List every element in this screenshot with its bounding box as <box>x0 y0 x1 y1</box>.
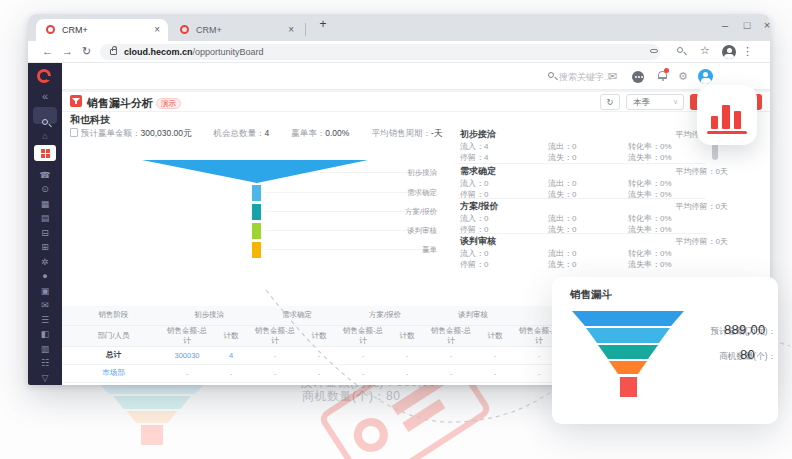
col-group: 方案/报价 <box>341 306 429 325</box>
bg-funnel-band-4 <box>141 425 163 445</box>
col-group: 需求确定 <box>253 306 341 325</box>
card-amount-value: 889,00 <box>724 322 766 337</box>
tab-close-icon[interactable]: × <box>154 24 160 35</box>
sidebar-item-analytics[interactable]: ◧ <box>28 329 62 339</box>
search-icon[interactable] <box>677 47 683 53</box>
sidebar-item-funnel[interactable]: ▽ <box>28 373 62 383</box>
row-name-link[interactable]: 市场部 <box>62 364 165 382</box>
chevron-down-icon: ∨ <box>673 95 678 109</box>
sidebar-item-mail[interactable]: ✉ <box>28 300 62 310</box>
stage-avg-stay: 平均停留：0天 <box>676 201 728 212</box>
window-maximize-button[interactable]: □ <box>738 19 756 31</box>
reload-button[interactable]: ↻ <box>82 45 91 58</box>
cell-link[interactable]: 300030 <box>165 346 209 364</box>
inbox-mail-icon[interactable]: ✉ <box>608 70 617 83</box>
stage-name: 需求确定 <box>460 165 496 178</box>
col-header: 计数 <box>297 325 341 346</box>
divider <box>62 90 770 92</box>
divider <box>62 111 770 112</box>
stage-summary-table: 销售阶段 初步接洽 需求确定 方案/报价 谈判审核 赢单 部门/人员 销售金额-… <box>62 306 605 383</box>
metric-value: 0% <box>660 249 672 258</box>
metric-value: 0% <box>660 179 672 188</box>
sidebar-collapse-icon[interactable]: « <box>28 91 62 101</box>
cell: - <box>253 364 297 382</box>
card-funnel-stage-5 <box>620 377 637 397</box>
app-sidebar: « ⌂ ☎ ⊙ ▦ ▤ ⊟ ⊞ ✲ ● ▣ ✉ ☰ ◧ ▥ ☷ ▽ <box>28 63 62 385</box>
metric-label: 流入： <box>460 142 484 151</box>
stage-name: 初步接洽 <box>460 128 496 141</box>
sidebar-item-calendar[interactable]: ▦ <box>28 199 62 209</box>
summary-doc-icon <box>70 128 78 137</box>
browser-menu-icon[interactable]: ⋮ <box>742 45 753 58</box>
report-icon-card[interactable] <box>697 85 757 145</box>
search-icon <box>548 72 554 78</box>
sidebar-item-org[interactable]: ☷ <box>28 358 62 368</box>
search-icon <box>42 119 48 125</box>
back-button[interactable]: ← <box>42 45 53 57</box>
col-header: 部门/人员 <box>62 325 165 346</box>
browser-tab-1[interactable]: CRM+ × <box>36 19 168 41</box>
password-key-icon[interactable] <box>650 49 658 53</box>
bookmark-star-icon[interactable]: ☆ <box>700 44 710 57</box>
sidebar-item-opportunity-board-active[interactable] <box>34 145 56 161</box>
metric-label: 流出： <box>548 249 572 258</box>
sidebar-item-settings[interactable]: ✲ <box>28 257 62 267</box>
sidebar-item-building[interactable]: ▥ <box>28 344 62 354</box>
metric-label: 转化率： <box>628 179 660 188</box>
sidebar-item-clock[interactable]: ⊙ <box>28 184 62 194</box>
sidebar-item-phone[interactable]: ☎ <box>28 170 62 180</box>
app-search-input[interactable]: 搜索关键字... <box>559 71 612 84</box>
sidebar-item-chat[interactable]: ☰ <box>28 315 62 325</box>
forward-button[interactable]: → <box>62 45 73 57</box>
sidebar-item-approval[interactable]: ⊞ <box>28 242 62 252</box>
metric-value: 0 <box>572 142 576 151</box>
new-tab-button[interactable]: + <box>314 17 332 31</box>
metric-label: 停留： <box>460 153 484 162</box>
card-count-value: 80 <box>740 347 755 362</box>
funnel-stage-5[interactable] <box>252 242 261 258</box>
window-minimize-button[interactable]: – <box>716 19 734 31</box>
metric-value: 0% <box>660 142 672 151</box>
sidebar-search-button[interactable] <box>33 107 57 124</box>
period-select[interactable]: 本季 ∨ <box>626 94 684 110</box>
funnel-stage-2[interactable] <box>252 185 261 201</box>
window-close-button[interactable]: × <box>758 19 770 31</box>
bar-chart-icon <box>711 116 718 129</box>
tab-separator <box>305 23 306 36</box>
gear-icon[interactable]: ⚙ <box>678 70 688 83</box>
metric-value: 0 <box>572 214 576 223</box>
metric-label: 流入： <box>460 179 484 188</box>
sales-funnel-card: 销售漏斗 预计金额(万元)： 商机数量(个)： 889,00 80 <box>552 277 778 424</box>
table-row: 市场部 - - - - - - - - - - <box>62 364 605 382</box>
sidebar-item-apps[interactable]: ▣ <box>28 286 62 296</box>
divider <box>458 163 706 164</box>
bg-funnel-band-3 <box>127 411 177 423</box>
col-header: 销售金额-总计 <box>341 325 385 346</box>
cell: - <box>165 364 209 382</box>
col-header: 销售金额-总计 <box>165 325 209 346</box>
funnel-label-3: 方案/报价 <box>360 207 437 217</box>
sidebar-item-record[interactable]: ● <box>28 271 62 281</box>
summary-stats: 预计赢单金额：300,030.00元 机会总数量：4 赢单率：0.00% 平均销… <box>70 127 442 140</box>
summary-value: 300,030.00元 <box>141 128 192 138</box>
table-group-header-row: 销售阶段 初步接洽 需求确定 方案/报价 谈判审核 赢单 <box>62 306 605 325</box>
funnel-stage-3[interactable] <box>252 204 261 220</box>
app-header: 搜索关键字... ✉ ⚙ <box>62 63 770 90</box>
user-avatar[interactable] <box>698 69 713 84</box>
sidebar-item-report[interactable]: ▤ <box>28 213 62 223</box>
funnel-stage-4[interactable] <box>252 223 261 239</box>
refresh-button[interactable]: ↻ <box>600 94 620 110</box>
sidebar-item-documents[interactable]: ⊟ <box>28 228 62 238</box>
cell: - <box>253 346 297 364</box>
cell-link[interactable]: 4 <box>209 346 253 364</box>
browser-profile-avatar[interactable] <box>722 45 736 59</box>
col-header: 计数 <box>473 325 517 346</box>
metric-label: 流出： <box>548 214 572 223</box>
metric-label: 流出： <box>548 179 572 188</box>
address-bar[interactable]: cloud.hecom.cn/opportunityBoard <box>100 44 660 60</box>
tab-close-icon[interactable]: × <box>288 24 294 35</box>
sidebar-item-home[interactable]: ⌂ <box>28 131 62 141</box>
url-domain: cloud.hecom.cn <box>124 47 193 57</box>
browser-tab-2[interactable]: CRM+ × <box>170 19 302 41</box>
message-icon[interactable] <box>632 71 644 83</box>
